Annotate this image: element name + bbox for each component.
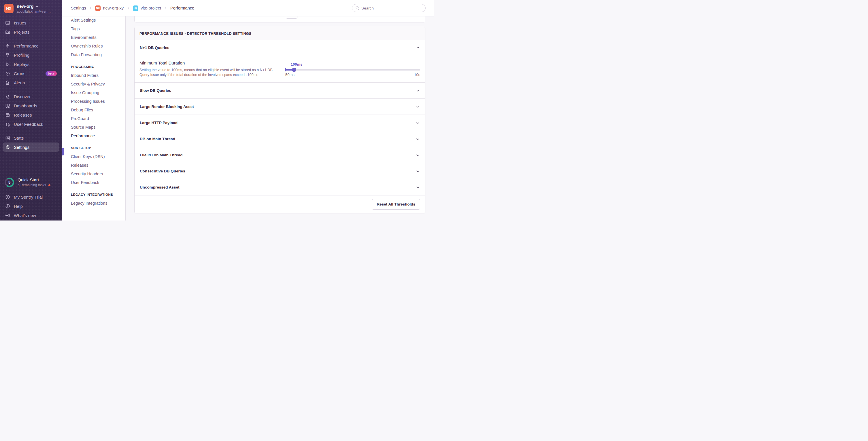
accordion-row-slow-db-queries[interactable]: Slow DB Queries: [134, 82, 425, 98]
sidebar-item-releases[interactable]: Releases: [3, 110, 59, 120]
settings-nav-performance[interactable]: Performance: [62, 132, 125, 140]
settings-nav-ownership-rules[interactable]: Ownership Rules: [62, 42, 125, 50]
breadcrumb-project-label: vite-project: [141, 6, 161, 10]
crons-icon: [5, 71, 10, 76]
chevron-down-icon: [416, 121, 420, 125]
settings-nav-legacy-integrations[interactable]: Legacy Integrations: [62, 199, 125, 208]
org-avatar: NX: [4, 4, 13, 13]
search-input[interactable]: [361, 6, 422, 10]
slider-thumb[interactable]: [292, 68, 296, 72]
settings-nav-source-maps[interactable]: Source Maps: [62, 123, 125, 132]
accordion-row-uncompressed-asset[interactable]: Uncompressed Asset: [134, 179, 425, 195]
accordion-row-db-on-main-thread[interactable]: DB on Main Thread: [134, 131, 425, 147]
slider-track[interactable]: [285, 69, 420, 70]
setting-description-line2: Query Issue only if the total duration o…: [140, 73, 258, 77]
sidebar-item-label: Replays: [14, 62, 29, 67]
sidebar-item-performance[interactable]: Performance: [3, 41, 59, 50]
accordion-row-large-http-payload[interactable]: Large HTTP Payload: [134, 114, 425, 131]
settings-nav-processing-issues[interactable]: Processing Issues: [62, 97, 125, 106]
accordion-row-large-render-blocking-asset[interactable]: Large Render Blocking Asset: [134, 98, 425, 114]
discover-icon: [5, 94, 10, 99]
sidebar-item-label: Alerts: [14, 80, 25, 85]
sidebar-item-replays[interactable]: Replays: [3, 60, 59, 69]
search-box[interactable]: [352, 4, 426, 12]
chevron-down-icon: [416, 169, 420, 173]
settings-nav-releases[interactable]: Releases: [62, 161, 125, 170]
reset-all-thresholds-button[interactable]: Reset All Thresholds: [372, 199, 420, 210]
settings-nav-inbound-filters[interactable]: Inbound Filters: [62, 71, 125, 80]
sidebar-item-alerts[interactable]: Alerts: [3, 78, 59, 87]
sidebar-item-whats-new[interactable]: What's new: [3, 211, 59, 220]
setting-label: Minimum Total Duration: [140, 60, 281, 66]
sidebar-item-label: Stats: [14, 136, 24, 140]
accordion-row-label: File I/O on Main Thread: [140, 153, 183, 157]
accordion-row-consecutive-db-queries[interactable]: Consecutive DB Queries: [134, 163, 425, 179]
breadcrumb-org[interactable]: NX new-org-xy: [95, 5, 124, 11]
beta-badge: beta: [45, 71, 57, 76]
settings-nav-issue-grouping[interactable]: Issue Grouping: [62, 89, 125, 97]
sidebar-item-label: Issues: [14, 21, 26, 25]
settings-nav-client-keys[interactable]: Client Keys (DSN): [62, 152, 125, 161]
settings-nav-security-headers[interactable]: Security Headers: [62, 170, 125, 178]
chevron-down-icon: [416, 137, 420, 141]
breadcrumb-project[interactable]: vite-project: [133, 5, 161, 11]
notification-dot: [49, 184, 51, 186]
dashboards-icon: [5, 103, 10, 108]
sidebar-item-profiling[interactable]: Profiling: [3, 50, 59, 60]
main-sidebar: NX new-org abdullah.khan@sen… Issues Pro…: [0, 0, 62, 220]
detector-threshold-panel: PERFORMANCE ISSUES - DETECTOR THRESHOLD …: [134, 27, 425, 213]
sidebar-item-label: Discover: [14, 94, 31, 99]
sidebar-item-help[interactable]: Help: [3, 202, 59, 211]
settings-nav-debug-files[interactable]: Debug Files: [62, 106, 125, 114]
sidebar-item-label: Crons: [14, 71, 25, 76]
sidebar-item-label: Performance: [14, 43, 39, 48]
help-icon: [5, 204, 10, 209]
sidebar-item-issues[interactable]: Issues: [3, 18, 59, 27]
breadcrumb-org-label: new-org-xy: [103, 6, 124, 10]
accordion-row-label: DB on Main Thread: [140, 137, 175, 141]
sidebar-item-stats[interactable]: Stats: [3, 133, 59, 142]
chevron-right-icon: [164, 6, 167, 10]
settings-nav-environments[interactable]: Environments: [62, 33, 125, 42]
sidebar-item-crons[interactable]: Crons beta: [3, 69, 59, 78]
chevron-down-icon: [416, 153, 420, 157]
sidebar-item-my-sentry-trial[interactable]: My Sentry Trial: [3, 192, 59, 202]
sidebar-item-user-feedback[interactable]: User Feedback: [3, 120, 59, 129]
scrolled-card-remainder: [134, 16, 425, 23]
quick-start-widget[interactable]: 5 Quick Start 5 Remaining tasks: [3, 176, 59, 189]
sidebar-item-settings[interactable]: Settings: [3, 142, 59, 152]
nav-divider-gap: [3, 87, 59, 92]
settings-nav-section-sdk-setup: SDK SETUP: [62, 144, 125, 152]
accordion-row-file-io-on-main-thread[interactable]: File I/O on Main Thread: [134, 147, 425, 163]
gear-icon: [5, 145, 10, 150]
settings-nav-proguard[interactable]: ProGuard: [62, 114, 125, 123]
react-logo-icon: [133, 5, 138, 11]
chevron-right-icon: [126, 6, 130, 10]
breadcrumb-settings[interactable]: Settings: [71, 6, 86, 10]
alerts-icon: [5, 80, 10, 85]
sidebar-item-projects[interactable]: Projects: [3, 27, 59, 37]
sidebar-item-label: Releases: [14, 112, 32, 117]
user-feedback-icon: [5, 122, 10, 127]
accordion-row-n1-db-queries[interactable]: N+1 DB Queries: [134, 40, 425, 55]
settings-nav-data-forwarding[interactable]: Data Forwarding: [62, 50, 125, 59]
accordion-row-label: Consecutive DB Queries: [140, 169, 185, 173]
accordion-row-label: Slow DB Queries: [140, 89, 171, 93]
sidebar-bottom: 5 Quick Start 5 Remaining tasks My Sentr…: [0, 176, 62, 220]
sidebar-item-dashboards[interactable]: Dashboards: [3, 101, 59, 110]
settings-nav-section-legacy: LEGACY INTEGRATIONS: [62, 190, 125, 199]
chevron-right-icon: [89, 6, 92, 10]
sidebar-item-label: Dashboards: [14, 103, 37, 108]
settings-nav-alert-settings[interactable]: Alert Settings: [62, 16, 125, 25]
org-switcher[interactable]: NX new-org abdullah.khan@sen…: [0, 0, 62, 16]
nav-divider-gap: [3, 37, 59, 41]
settings-nav-user-feedback[interactable]: User Feedback: [62, 178, 125, 187]
settings-nav-security-privacy[interactable]: Security & Privacy: [62, 80, 125, 89]
sidebar-item-discover[interactable]: Discover: [3, 92, 59, 101]
broadcast-icon: [5, 213, 10, 218]
top-bar: Settings NX new-org-xy vite-project Perf…: [62, 0, 434, 16]
chevron-up-icon: [416, 45, 420, 49]
settings-nav-tags[interactable]: Tags: [62, 25, 125, 33]
stats-icon: [5, 136, 10, 140]
sidebar-item-label: User Feedback: [14, 122, 43, 127]
